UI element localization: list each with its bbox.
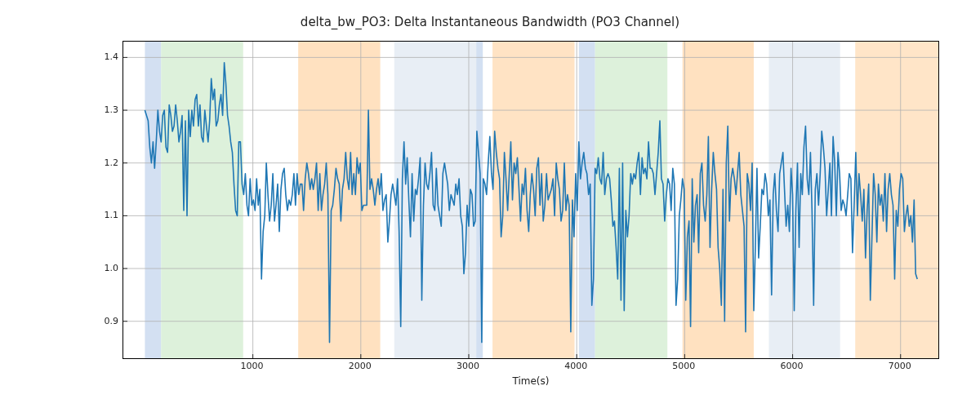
shaded-region xyxy=(298,42,380,358)
xtick-label: 1000 xyxy=(241,361,264,371)
ytick-label: 1.3 xyxy=(90,104,118,115)
ytick-label: 1.1 xyxy=(90,210,118,220)
plot-area xyxy=(122,41,939,359)
ytick-label: 0.9 xyxy=(90,315,118,326)
xtick-label: 5000 xyxy=(672,361,695,371)
xtick-label: 3000 xyxy=(457,361,479,371)
x-axis-label: Time(s) xyxy=(122,375,939,387)
figure: delta_bw_PO3: Delta Instantaneous Bandwi… xyxy=(0,0,980,408)
shaded-region xyxy=(579,42,595,358)
y-axis-label: Hz xyxy=(78,0,94,41)
ytick-label: 1.0 xyxy=(90,263,118,273)
ytick-label: 1.2 xyxy=(90,157,118,167)
chart-title: delta_bw_PO3: Delta Instantaneous Bandwi… xyxy=(0,15,980,29)
xtick-label: 6000 xyxy=(781,361,804,371)
xtick-label: 4000 xyxy=(564,361,587,371)
xtick-label: 7000 xyxy=(889,361,911,371)
plot-svg xyxy=(123,42,938,358)
shaded-region xyxy=(145,42,161,358)
shaded-region xyxy=(161,42,243,358)
ytick-label: 1.4 xyxy=(90,51,118,62)
shaded-region xyxy=(595,42,668,358)
xtick-label: 2000 xyxy=(349,361,372,371)
